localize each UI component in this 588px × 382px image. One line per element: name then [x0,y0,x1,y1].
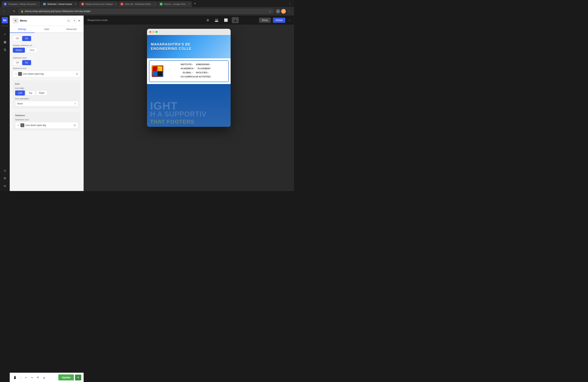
svg-rect-0 [153,66,158,71]
wp-nav-layers[interactable]: ◎ [1,167,8,174]
tab-close-1[interactable]: ✕ [40,3,41,5]
align-right-button[interactable]: Right [36,90,47,95]
profile-button[interactable]: U [281,9,286,14]
submenu-icon-toggle: Off On [13,60,81,65]
submenu-icon-on[interactable]: On [22,60,31,65]
submenu-icon2-value: icon-down-open-big [25,124,73,127]
sticky-view-button[interactable]: Sticky [259,18,271,23]
tab-favicon-4: G [121,3,123,5]
browser-tab-3[interactable]: D Dilkap Schools And Colleges ✕ [79,1,118,7]
nav-item-institute[interactable]: INSTITUTE ▾ [180,63,194,66]
version-label: V27.4.5 [2,25,8,27]
nav-item-global[interactable]: GLOBAL ▾ [182,71,193,74]
display-click-button[interactable]: Click [26,48,37,53]
icon-animation-select[interactable]: None ▼ [15,101,78,106]
canvas-area: Responsive mode 🖥 💻 ⬜ 📱 Sticky Mobile ‹ [84,16,294,191]
wp-nav-settings[interactable]: ⚙ [1,175,8,182]
preview-nav: INSTITUTE ▾ ADMISSIONS ▾ ACADEMICS ▾ PLA… [149,60,229,82]
submenu-icon-off[interactable]: Off [13,60,22,65]
select-arrow-icon: ▼ [15,73,17,75]
panel-expand-button[interactable]: ▼ [72,19,77,23]
tab-close-5[interactable]: ✕ [188,3,189,5]
tablet-view-button[interactable]: ⬜ [222,17,230,23]
nav-item-facilities[interactable]: FACILITIES ▾ [195,71,209,74]
canvas-viewport[interactable]: MAHARASHTRA'S BE ENGINEERING COLLE [84,25,294,191]
url-text: driems.in/wp-admin/post.php?post=150&act… [25,10,269,13]
browser-tab-5[interactable]: D Driems – Google Drive ✕ [158,1,192,7]
more-tabs-button[interactable]: ⋮ [287,2,293,5]
mobile-mode-button[interactable]: Mobile [273,18,285,23]
tab-settings[interactable]: Settings [10,26,34,33]
panel-close-button[interactable]: ✕ [78,19,81,23]
submenu-icon-section: Submenu Icon Off On Submenu icon ▼ icon-… [13,57,81,77]
extension-buttons: ⊞ U ⋮ [276,9,292,14]
icon-animation-value: None [17,102,73,105]
tab-label-5: Driems – Google Drive [164,3,186,5]
lock-icon: 🔒 [21,10,23,13]
be-logo[interactable]: Be [2,17,8,23]
tab-favicon-2: Be [43,3,46,5]
tab-label-2: BeBuilder | Global Header [47,3,72,5]
browser-tab-1[interactable]: W Templates ‹ Dilkap Schools A... ✕ [1,1,41,7]
big-text-1: IGHT [150,100,178,111]
big-text-2: H A SUPPORTIV [150,110,207,118]
more-options-button[interactable]: ⋮ [287,9,292,14]
reload-button[interactable]: ↻ [12,9,17,14]
nav-logo [152,65,163,77]
tab-close-2[interactable]: ✕ [75,3,76,5]
panel-tabs: Settings Style Advanced [10,26,84,33]
preview-window: MAHARASHTRA'S BE ENGINEERING COLLE [147,29,231,127]
tab-advanced[interactable]: Advanced [59,26,84,33]
nav-row-4: CO-CURRICULUR ACTIVITIES [165,75,226,78]
nav-item-academics[interactable]: ACADEMICS ▾ [180,67,195,70]
tab-label-4: Inbox (6) - thethinkpro2020... [125,3,152,5]
tab-close-4[interactable]: ✕ [155,3,156,5]
tab-close-3[interactable]: ✕ [115,3,117,5]
submenu-icon-select[interactable]: ▼ icon-down-open-big 🗑 [13,71,81,77]
first-toggle-group: Off On [13,36,81,41]
nav-item-placement[interactable]: PLACEMENT [197,67,211,70]
nav-item-admissions[interactable]: ADMISSIONS ▾ [195,63,211,66]
laptop-view-button[interactable]: 💻 [213,17,220,23]
desktop-view-button[interactable]: 🖥 [205,17,211,23]
preview-blue-section: IGHT H A SUPPORTIV THAT FOOTERS [147,84,231,127]
collapse-button[interactable]: ‹ [289,19,290,22]
first-toggle-on[interactable]: On [22,36,31,41]
back-button[interactable]: ‹ [2,9,6,14]
wp-nav-add[interactable]: ＋ [1,31,8,38]
svg-point-5 [157,69,158,71]
big-text-3: THAT FOOTERS [150,119,194,125]
browser-chrome: W Templates ‹ Dilkap Schools A... ✕ Be B… [0,0,294,16]
align-top-button[interactable]: Top [26,90,35,95]
bookmark-button[interactable]: ☆ [269,10,272,13]
settings-panel: ≡ Menu ⊟ ▼ ✕ Settings Style Advanced Off… [10,16,84,191]
url-bar[interactable]: 🔒 driems.in/wp-admin/post.php?post=150&a… [18,9,274,14]
nav-item-activities[interactable]: CO-CURRICULUR ACTIVITIES [180,75,211,78]
submenu-icon2-select[interactable]: ▼ icon-down-open-big 🗑 [15,122,78,128]
wp-nav-wordpress[interactable]: W [1,182,8,190]
forward-button[interactable]: › [7,9,10,14]
animation-arrow-icon: ▼ [74,103,76,105]
align-left-button[interactable]: Left [15,90,25,95]
icon-align-container: Icon align Left Top Right [15,87,78,95]
preview-hero-text: MAHARASHTRA'S BE ENGINEERING COLLE [151,42,191,51]
browser-tab-4[interactable]: G Inbox (6) - thethinkpro2020... ✕ [118,1,157,7]
svg-rect-1 [158,66,162,71]
panel-copy-button[interactable]: ⊟ [66,19,71,23]
nav-logo-row: INSTITUTE ▾ ADMISSIONS ▾ ACADEMICS ▾ PLA… [152,63,226,79]
tab-style[interactable]: Style [34,26,59,33]
wp-nav-sort[interactable]: ⇅ [1,46,8,53]
wp-nav-sections[interactable]: ⊞ [1,39,8,45]
institute-chevron: ▾ [192,64,193,65]
mobile-view-button[interactable]: 📱 [232,17,239,23]
submenu-section: Submenu Submenu icon ▼ icon-down-open-bi… [13,112,81,131]
delete-icon[interactable]: 🗑 [76,73,78,75]
delete2-icon[interactable]: 🗑 [74,124,76,127]
extensions-button[interactable]: ⊞ [276,9,280,14]
display-hover-button[interactable]: Hover [13,48,25,53]
panel-icon: ≡ [13,18,18,23]
first-toggle-off[interactable]: Off [13,36,22,41]
new-tab-button[interactable]: + [192,1,198,6]
browser-tab-2[interactable]: Be BeBuilder | Global Header ✕ [41,1,79,7]
submenu-icon-field2-label: Submenu icon [15,118,78,121]
